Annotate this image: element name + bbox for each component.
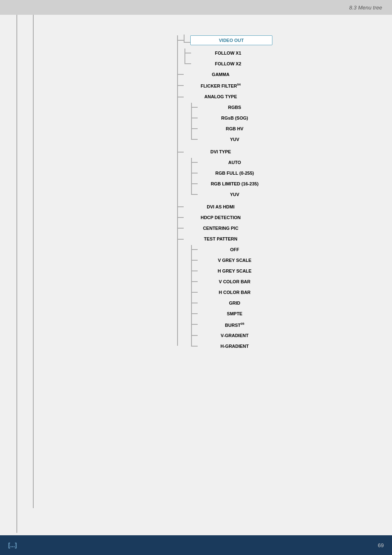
hline-dvi-type [177, 152, 184, 153]
h-grey-scale-row: H GREY SCALE [191, 266, 272, 275]
rgbs-node: RGBS [198, 103, 272, 112]
hline-rgb-full [191, 173, 198, 173]
analog-type-row: ANALOG TYPE RGBS RGsB (SOG) RGB HV [177, 92, 272, 146]
yuv-analog-row: YUV [191, 135, 272, 144]
burst-node: BURST05 [198, 320, 272, 330]
hline-analog [177, 97, 184, 97]
hline-centering [177, 228, 184, 229]
far-left-vline [16, 15, 17, 533]
v-grey-scale-node: V GREY SCALE [198, 256, 272, 265]
hline-rgbs [191, 107, 198, 108]
v-color-bar-row: V COLOR BAR [191, 277, 272, 286]
hline-auto [191, 162, 198, 163]
follow-x2-row: FOLLOW X2 [184, 59, 272, 68]
follow-group: FOLLOW X1 FOLLOW X2 [184, 49, 272, 68]
hdcp-detection-row: HDCP DETECTION [177, 213, 272, 222]
v-color-bar-node: V COLOR BAR [198, 277, 272, 286]
hline-flicker [177, 85, 184, 86]
h-color-bar-node: H COLOR BAR [198, 288, 272, 297]
follow-x1-node: FOLLOW X1 [191, 49, 265, 58]
hline-yuv-analog [191, 139, 198, 140]
off-row: OFF [191, 245, 272, 254]
hline-gamma [177, 74, 184, 75]
second-vline [33, 15, 34, 508]
yuv-dvi-row: YUV [191, 190, 272, 199]
gamma-row: GAMMA [177, 70, 272, 79]
smpte-node: SMPTE [198, 309, 272, 318]
rgb-full-row: RGB FULL (0-255) [191, 169, 272, 178]
v-grey-scale-row: V GREY SCALE [191, 256, 272, 265]
v-gradient-row: V-GRADIENT [191, 331, 272, 340]
h-gradient-row: H-GRADIENT [191, 342, 272, 351]
rgb-limited-node: RGB LIMITED (16-235) [198, 179, 272, 188]
smpte-row: SMPTE [191, 309, 272, 318]
hline-burst [191, 324, 198, 325]
off-node: OFF [198, 245, 272, 254]
hline-yuv-dvi [191, 194, 198, 195]
hline-h-gradient [191, 346, 198, 347]
l-connector [184, 35, 190, 43]
test-sub-group: OFF V GREY SCALE H GREY SCALE [191, 245, 272, 351]
follow-x1-row: FOLLOW X1 [184, 49, 272, 58]
grid-row: GRID [191, 298, 272, 308]
dvi-as-hdmi-node: DVI AS HDMI [184, 202, 258, 211]
hline-v-grey [191, 260, 198, 261]
burst-row: BURST05 [191, 320, 272, 330]
test-pattern-node: TEST PATTERN [184, 234, 258, 243]
rgsb-node: RGsB (SOG) [198, 113, 272, 123]
hline-v-gradient [191, 335, 198, 336]
v-gradient-node: V-GRADIENT [198, 331, 272, 340]
ellipsis-label: [...] [8, 542, 17, 548]
hline-h-grey [191, 271, 198, 271]
dvi-sub-group: AUTO RGB FULL (0-255) RGB LIMITED (16-23… [191, 158, 272, 199]
flicker-filter-node: FLICKER FILTER04 [184, 81, 258, 90]
page-number: 69 [378, 542, 384, 548]
hline-h-color [191, 292, 198, 293]
h-grey-scale-node: H GREY SCALE [198, 266, 272, 275]
video-out-row: VIDEO OUT [177, 35, 272, 45]
rgb-hv-row: RGB HV [191, 124, 272, 133]
rgb-hv-node: RGB HV [198, 124, 272, 133]
analog-type-node: ANALOG TYPE [184, 92, 258, 101]
analog-sub-group: RGBS RGsB (SOG) RGB HV YUV [191, 103, 272, 144]
dvi-type-row: DVI TYPE AUTO RGB FULL (0-255) RGB LIMIT… [177, 147, 272, 201]
centering-pic-row: CENTERING PIC [177, 224, 272, 233]
hline-test-pattern [177, 239, 184, 240]
follow-x2-node: FOLLOW X2 [191, 59, 265, 68]
main-content: VIDEO OUT FOLLOW X1 FOLLOW X2 GAMMA FLIC… [0, 15, 392, 379]
hline-hdcp [177, 217, 184, 218]
video-out-node: VIDEO OUT [190, 35, 272, 45]
rgb-limited-row: RGB LIMITED (16-235) [191, 179, 272, 188]
top-bar: 8.3 Menu tree [0, 0, 392, 15]
hline-follow-x2 [184, 63, 191, 64]
hline-smpte [191, 313, 198, 314]
hline-v-color [191, 281, 198, 282]
rgsb-row: RGsB (SOG) [191, 113, 272, 123]
dvi-type-node: DVI TYPE [184, 147, 258, 156]
auto-row: AUTO [191, 158, 272, 167]
rgbs-row: RGBS [191, 103, 272, 112]
hline-rgb-limited [191, 183, 198, 184]
page-title: 8.3 Menu tree [349, 5, 382, 11]
rgb-full-node: RGB FULL (0-255) [198, 169, 272, 178]
centering-pic-node: CENTERING PIC [184, 224, 258, 233]
gamma-node: GAMMA [184, 70, 258, 79]
hdcp-detection-node: HDCP DETECTION [184, 213, 258, 222]
hline-rgb-hv [191, 128, 198, 129]
auto-node: AUTO [198, 158, 272, 167]
hline-off [191, 249, 198, 250]
hline-video-out [177, 40, 184, 41]
menu-tree: VIDEO OUT FOLLOW X1 FOLLOW X2 GAMMA FLIC… [177, 35, 272, 354]
h-color-bar-row: H COLOR BAR [191, 288, 272, 297]
yuv-dvi-node: YUV [198, 190, 272, 199]
hline-dvi-as-hdmi [177, 206, 184, 207]
h-gradient-node: H-GRADIENT [198, 342, 272, 351]
flicker-filter-row: FLICKER FILTER04 [177, 81, 272, 90]
grid-node: GRID [198, 298, 272, 308]
bottom-bar: [...] 69 [0, 535, 392, 555]
test-pattern-row: TEST PATTERN OFF V GREY SCALE [177, 234, 272, 353]
dvi-as-hdmi-row: DVI AS HDMI [177, 202, 272, 211]
hline-follow-x1 [184, 53, 191, 53]
yuv-analog-node: YUV [198, 135, 272, 144]
hline-rgsb [191, 118, 198, 118]
